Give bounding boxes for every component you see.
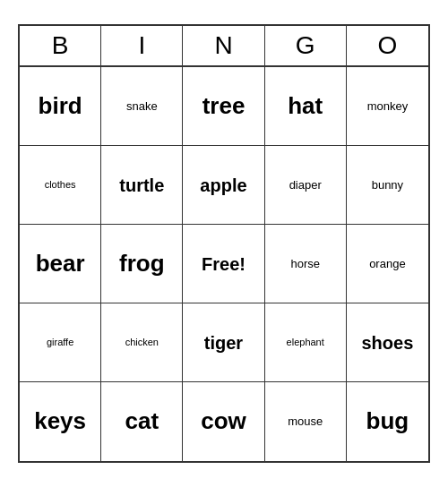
bingo-cell-text-3-3: elephant xyxy=(287,337,324,348)
header-letter-O: O xyxy=(347,26,428,65)
bingo-cell-1-2: apple xyxy=(183,146,264,225)
bingo-cell-2-2: Free! xyxy=(183,225,264,303)
bingo-cell-text-1-3: diaper xyxy=(289,178,322,192)
bingo-card: BINGO birdsnaketreehatmonkeyclothesturtl… xyxy=(18,24,430,463)
bingo-cell-text-2-1: frog xyxy=(119,250,165,278)
header-letter-G: G xyxy=(265,26,347,65)
bingo-cell-0-4: monkey xyxy=(347,67,428,146)
bingo-cell-text-2-4: orange xyxy=(369,257,405,271)
bingo-cell-text-1-1: turtle xyxy=(119,175,164,196)
bingo-cell-text-2-0: bear xyxy=(36,250,85,278)
bingo-cell-2-3: horse xyxy=(265,225,347,303)
bingo-cell-text-4-2: cow xyxy=(201,407,246,435)
bingo-cell-text-1-2: apple xyxy=(200,175,246,196)
bingo-cell-3-0: giraffe xyxy=(20,303,101,382)
bingo-cell-2-4: orange xyxy=(347,225,428,303)
bingo-cell-text-1-0: clothes xyxy=(45,179,76,191)
bingo-header: BINGO xyxy=(20,26,428,67)
bingo-cell-4-4: bug xyxy=(347,382,428,461)
bingo-cell-0-2: tree xyxy=(183,67,264,146)
bingo-cell-4-0: keys xyxy=(20,382,101,461)
bingo-cell-3-2: tiger xyxy=(183,303,264,382)
bingo-cell-3-4: shoes xyxy=(347,303,428,382)
bingo-cell-1-1: turtle xyxy=(101,146,183,225)
bingo-cell-text-0-2: tree xyxy=(202,92,246,120)
bingo-cell-1-0: clothes xyxy=(20,146,101,225)
header-letter-B: B xyxy=(20,26,101,65)
bingo-cell-2-1: frog xyxy=(101,225,183,303)
bingo-cell-3-3: elephant xyxy=(265,303,347,382)
bingo-cell-text-4-4: bug xyxy=(366,407,409,435)
bingo-cell-text-4-0: keys xyxy=(34,407,86,435)
bingo-cell-text-0-3: hat xyxy=(288,92,323,120)
bingo-cell-4-1: cat xyxy=(101,382,183,461)
bingo-cell-text-4-1: cat xyxy=(125,407,159,435)
bingo-cell-text-3-2: tiger xyxy=(204,332,243,354)
bingo-cell-1-3: diaper xyxy=(265,146,347,225)
bingo-cell-text-0-1: snake xyxy=(126,99,158,114)
bingo-grid: birdsnaketreehatmonkeyclothesturtleapple… xyxy=(20,67,428,461)
header-letter-N: N xyxy=(183,26,264,65)
bingo-cell-text-2-2: Free! xyxy=(202,253,246,275)
bingo-cell-0-1: snake xyxy=(101,67,183,146)
bingo-cell-text-1-4: bunny xyxy=(372,178,403,192)
header-letter-I: I xyxy=(101,26,183,65)
bingo-cell-text-3-1: chicken xyxy=(125,337,159,348)
bingo-cell-text-3-4: shoes xyxy=(361,332,413,354)
bingo-cell-0-0: bird xyxy=(20,67,101,146)
bingo-cell-4-3: mouse xyxy=(265,382,347,461)
bingo-cell-0-3: hat xyxy=(265,67,347,146)
bingo-cell-4-2: cow xyxy=(183,382,264,461)
bingo-cell-text-2-3: horse xyxy=(290,257,320,271)
bingo-cell-2-0: bear xyxy=(20,225,101,303)
bingo-cell-text-0-4: monkey xyxy=(367,99,409,114)
bingo-cell-1-4: bunny xyxy=(347,146,428,225)
bingo-cell-3-1: chicken xyxy=(101,303,183,382)
bingo-cell-text-0-0: bird xyxy=(39,92,82,120)
bingo-cell-text-3-0: giraffe xyxy=(47,337,73,348)
bingo-cell-text-4-3: mouse xyxy=(288,414,323,429)
